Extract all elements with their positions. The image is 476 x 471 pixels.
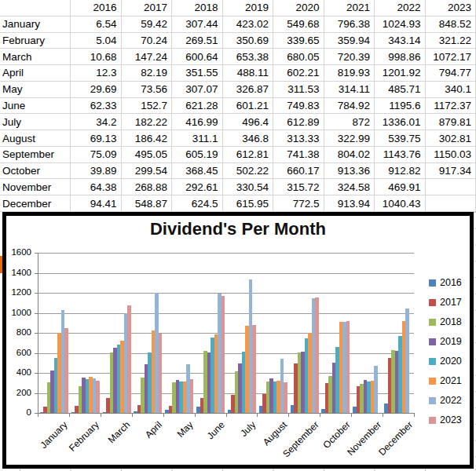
value-cell[interactable]: 749.83: [273, 98, 324, 115]
value-cell[interactable]: 796.38: [324, 16, 375, 33]
legend-item-2023[interactable]: 2023: [429, 414, 462, 425]
value-cell[interactable]: 311.53: [273, 82, 324, 98]
value-cell[interactable]: 794.77: [426, 65, 476, 82]
month-cell[interactable]: May: [0, 82, 71, 98]
value-cell[interactable]: 772.5: [273, 195, 324, 212]
value-cell[interactable]: 549.68: [273, 16, 324, 33]
value-cell[interactable]: 368.45: [172, 163, 223, 180]
month-cell[interactable]: August: [0, 130, 71, 147]
legend-item-2019[interactable]: 2019: [429, 336, 462, 347]
value-cell[interactable]: 330.54: [223, 179, 274, 195]
value-cell[interactable]: 1172.37: [426, 98, 476, 115]
legend-item-2017[interactable]: 2017: [429, 297, 462, 308]
value-cell[interactable]: 912.82: [375, 163, 426, 180]
value-cell[interactable]: 340.1: [426, 82, 476, 98]
value-cell[interactable]: 147.24: [122, 49, 173, 65]
value-cell[interactable]: 741.38: [273, 147, 324, 163]
value-cell[interactable]: 182.22: [122, 114, 173, 130]
year-header-cell[interactable]: 2022: [375, 0, 426, 16]
month-cell[interactable]: November: [0, 179, 71, 195]
value-cell[interactable]: 605.19: [172, 147, 223, 163]
value-cell[interactable]: 848.52: [426, 16, 476, 33]
value-cell[interactable]: 1143.76: [375, 147, 426, 163]
month-cell[interactable]: February: [0, 33, 71, 49]
value-cell[interactable]: 1024.93: [375, 16, 426, 33]
year-header-cell[interactable]: 2023: [426, 0, 476, 16]
value-cell[interactable]: 539.75: [375, 130, 426, 147]
value-cell[interactable]: 548.87: [122, 195, 173, 212]
value-cell[interactable]: 339.65: [273, 33, 324, 49]
value-cell[interactable]: 324.58: [324, 179, 375, 195]
month-cell[interactable]: December: [0, 195, 71, 212]
value-cell[interactable]: 351.55: [172, 65, 223, 82]
value-cell[interactable]: 913.36: [324, 163, 375, 180]
value-cell[interactable]: 680.05: [273, 49, 324, 65]
year-header-cell[interactable]: 2020: [273, 0, 324, 16]
value-cell[interactable]: 322.99: [324, 130, 375, 147]
value-cell[interactable]: 1336.01: [375, 114, 426, 130]
value-cell[interactable]: 872: [324, 114, 375, 130]
year-header-cell[interactable]: 2021: [324, 0, 375, 16]
value-cell[interactable]: 359.94: [324, 33, 375, 49]
year-header-cell[interactable]: 2018: [172, 0, 223, 16]
value-cell[interactable]: 326.87: [223, 82, 274, 98]
month-cell[interactable]: March: [0, 49, 71, 65]
value-cell[interactable]: 602.21: [273, 65, 324, 82]
value-cell[interactable]: 1201.92: [375, 65, 426, 82]
value-cell[interactable]: 73.56: [122, 82, 173, 98]
month-cell[interactable]: October: [0, 163, 71, 180]
value-cell[interactable]: 6.54: [71, 16, 122, 33]
legend-item-2021[interactable]: 2021: [429, 375, 462, 386]
value-cell[interactable]: 416.99: [172, 114, 223, 130]
value-cell[interactable]: 350.69: [223, 33, 274, 49]
value-cell[interactable]: 488.11: [223, 65, 274, 82]
value-cell[interactable]: 1150.03: [426, 147, 476, 163]
value-cell[interactable]: 64.38: [71, 179, 122, 195]
value-cell[interactable]: 29.69: [71, 82, 122, 98]
value-cell[interactable]: 612.81: [223, 147, 274, 163]
value-cell[interactable]: 819.93: [324, 65, 375, 82]
value-cell[interactable]: 62.33: [71, 98, 122, 115]
value-cell[interactable]: 621.28: [172, 98, 223, 115]
value-cell[interactable]: 299.54: [122, 163, 173, 180]
value-cell[interactable]: 469.91: [375, 179, 426, 195]
value-cell[interactable]: 314.11: [324, 82, 375, 98]
value-cell[interactable]: 653.38: [223, 49, 274, 65]
value-cell[interactable]: 346.8: [223, 130, 274, 147]
month-cell[interactable]: June: [0, 98, 71, 115]
value-cell[interactable]: 660.17: [273, 163, 324, 180]
value-cell[interactable]: 94.41: [71, 195, 122, 212]
value-cell[interactable]: 600.64: [172, 49, 223, 65]
value-cell[interactable]: 269.51: [172, 33, 223, 49]
year-header-cell[interactable]: 2017: [122, 0, 173, 16]
value-cell[interactable]: 186.42: [122, 130, 173, 147]
table-corner-cell[interactable]: [0, 0, 71, 16]
value-cell[interactable]: 152.7: [122, 98, 173, 115]
value-cell[interactable]: 302.81: [426, 130, 476, 147]
month-cell[interactable]: April: [0, 65, 71, 82]
value-cell[interactable]: 879.81: [426, 114, 476, 130]
value-cell[interactable]: 313.33: [273, 130, 324, 147]
value-cell[interactable]: 913.94: [324, 195, 375, 212]
value-cell[interactable]: 75.09: [71, 147, 122, 163]
value-cell[interactable]: 292.61: [172, 179, 223, 195]
value-cell[interactable]: 34.2: [71, 114, 122, 130]
value-cell[interactable]: 495.05: [122, 147, 173, 163]
value-cell[interactable]: 311.1: [172, 130, 223, 147]
value-cell[interactable]: 268.88: [122, 179, 173, 195]
value-cell[interactable]: 1072.17: [426, 49, 476, 65]
value-cell[interactable]: 601.21: [223, 98, 274, 115]
value-cell[interactable]: 624.5: [172, 195, 223, 212]
value-cell[interactable]: [426, 179, 476, 195]
dividends-chart[interactable]: Dividend's Per Month 0200400600800100012…: [2, 212, 474, 469]
month-cell[interactable]: January: [0, 16, 71, 33]
value-cell[interactable]: 1195.6: [375, 98, 426, 115]
month-cell[interactable]: July: [0, 114, 71, 130]
value-cell[interactable]: 917.34: [426, 163, 476, 180]
value-cell[interactable]: 82.19: [122, 65, 173, 82]
value-cell[interactable]: 615.95: [223, 195, 274, 212]
value-cell[interactable]: 720.39: [324, 49, 375, 65]
value-cell[interactable]: 59.42: [122, 16, 173, 33]
legend-item-2022[interactable]: 2022: [429, 395, 462, 406]
value-cell[interactable]: 998.86: [375, 49, 426, 65]
